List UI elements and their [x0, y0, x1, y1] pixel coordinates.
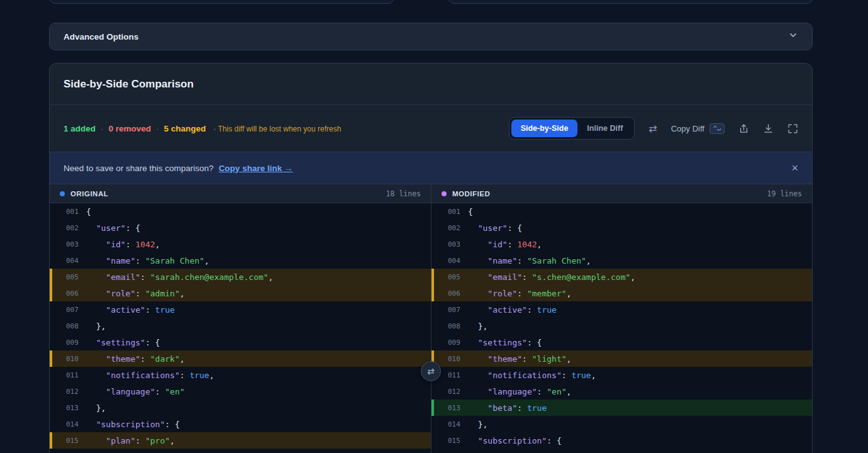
- page-title: Side-by-Side Comparison: [64, 78, 194, 91]
- diff-container: ORIGINAL 18 lines 001{002 "user": {003 "…: [50, 184, 812, 453]
- chevron-down-icon: [788, 30, 798, 43]
- line-number: 015: [66, 437, 86, 445]
- code-line: 014 },: [431, 416, 812, 432]
- code-line: 008 },: [431, 318, 812, 334]
- line-number: 009: [66, 338, 86, 347]
- code-line: 002 "user": {: [50, 220, 431, 236]
- copy-share-link[interactable]: Copy share link →: [219, 164, 293, 173]
- code-line: 013 "beta": true: [431, 400, 812, 416]
- code-line: 009 "settings": {: [431, 334, 812, 350]
- advanced-options-bar[interactable]: Advanced Options: [49, 23, 813, 50]
- line-number: 011: [66, 371, 86, 379]
- code-line: 001{: [50, 203, 431, 220]
- code-line: 004 "name": "Sarah Chen",: [50, 252, 431, 269]
- modified-code: 001{002 "user": {003 "id": 1042,004 "nam…: [431, 203, 812, 449]
- input-panel-left-stub[interactable]: [49, 0, 394, 4]
- page: Advanced Options Side-by-Side Comparison…: [0, 0, 868, 453]
- code-line: 012 "language": "en",: [431, 383, 812, 400]
- stat-separator: ·: [156, 124, 159, 133]
- line-content: "id": 1042,: [86, 240, 160, 249]
- original-panel-header: ORIGINAL 18 lines: [50, 184, 431, 203]
- modified-panel: MODIFIED 19 lines 001{002 "user": {003 "…: [431, 184, 812, 453]
- refresh-warning: · This diff will be lost when you refres…: [213, 125, 341, 133]
- code-line: 014 "subscription": {: [50, 416, 431, 432]
- copy-diff-button[interactable]: Copy Diff ^↵: [671, 123, 725, 134]
- code-line: 007 "active": true: [431, 301, 812, 318]
- code-line: 011 "notifications": true,: [50, 367, 431, 383]
- line-number: 003: [66, 240, 86, 249]
- line-number: 006: [448, 289, 468, 298]
- line-content: "id": 1042,: [468, 240, 542, 249]
- close-icon[interactable]: ×: [791, 162, 798, 174]
- code-line: 006 "role": "admin",: [50, 285, 431, 301]
- line-content: "user": {: [468, 223, 522, 233]
- code-line: 002 "user": {: [431, 220, 812, 236]
- line-number: 013: [448, 404, 468, 412]
- inline-diff-button[interactable]: Inline Diff: [577, 120, 632, 137]
- modified-panel-header: MODIFIED 19 lines: [431, 184, 812, 203]
- line-content: "notifications": true,: [86, 371, 214, 380]
- line-number: 010: [448, 355, 468, 363]
- line-content: "name": "Sarah Chen",: [468, 256, 591, 266]
- content-wrap: Advanced Options Side-by-Side Comparison…: [49, 23, 813, 453]
- code-line: 003 "id": 1042,: [50, 236, 431, 252]
- download-icon: [763, 123, 774, 134]
- line-number: 002: [448, 224, 468, 232]
- modified-dot-icon: [442, 191, 447, 196]
- modified-line-count: 19 lines: [767, 189, 802, 198]
- line-number: 001: [66, 208, 86, 216]
- line-content: },: [468, 420, 487, 429]
- stat-removed: 0 removed: [109, 124, 152, 133]
- line-content: },: [86, 403, 106, 413]
- line-number: 006: [66, 289, 86, 298]
- line-content: "active": true: [86, 305, 175, 315]
- swap-panels-fab[interactable]: ⇄: [421, 361, 441, 381]
- line-number: 014: [66, 420, 86, 428]
- line-number: 013: [66, 404, 86, 412]
- line-content: "role": "admin",: [86, 289, 185, 298]
- line-number: 007: [66, 306, 86, 314]
- code-line: 006 "role": "member",: [431, 285, 812, 301]
- view-mode-toggle: Side-by-Side Inline Diff: [509, 117, 635, 140]
- line-content: "settings": {: [468, 338, 542, 347]
- line-content: "theme": "dark",: [86, 354, 185, 364]
- share-banner: Need to save or share this comparison? C…: [50, 152, 812, 184]
- stat-added: 1 added: [64, 124, 96, 133]
- original-line-count: 18 lines: [386, 189, 421, 198]
- line-content: "active": true: [468, 305, 557, 315]
- code-line: 010 "theme": "light",: [431, 350, 812, 367]
- line-content: "beta": true: [468, 403, 547, 413]
- code-line: 012 "language": "en": [50, 383, 431, 400]
- comparison-card: Side-by-Side Comparison 1 added · 0 remo…: [49, 63, 813, 453]
- modified-panel-title: MODIFIED: [452, 190, 490, 198]
- line-content: "email": "sarah.chen@example.com",: [86, 272, 273, 282]
- line-number: 007: [448, 306, 468, 314]
- line-number: 002: [66, 224, 86, 232]
- line-number: 001: [448, 208, 468, 216]
- line-content: "email": "s.chen@example.com",: [468, 272, 635, 282]
- line-number: 008: [448, 322, 468, 330]
- share-button[interactable]: [738, 123, 749, 134]
- line-number: 003: [448, 240, 468, 249]
- card-header: Side-by-Side Comparison: [50, 64, 812, 105]
- original-dot-icon: [60, 191, 65, 196]
- line-number: 009: [448, 338, 468, 347]
- line-number: 014: [448, 420, 468, 428]
- code-line: 013 },: [50, 400, 431, 416]
- code-line: 010 "theme": "dark",: [50, 350, 431, 367]
- code-line: 015 "subscription": {: [431, 432, 812, 449]
- line-number: 004: [448, 257, 468, 265]
- line-content: "subscription": {: [86, 420, 180, 429]
- stats-toolbar-row: 1 added · 0 removed · 5 changed · This d…: [50, 105, 812, 152]
- code-line: 011 "notifications": true,: [431, 367, 812, 383]
- input-panel-right-stub[interactable]: [448, 0, 813, 4]
- swap-sides-button[interactable]: ⇄: [648, 123, 657, 135]
- fullscreen-button[interactable]: [787, 123, 798, 134]
- advanced-options-label: Advanced Options: [64, 32, 138, 42]
- download-button[interactable]: [763, 123, 774, 134]
- line-content: "role": "member",: [468, 289, 571, 298]
- line-content: "theme": "light",: [468, 354, 571, 364]
- code-line: 005 "email": "sarah.chen@example.com",: [50, 269, 431, 285]
- line-content: "subscription": {: [468, 436, 562, 445]
- side-by-side-button[interactable]: Side-by-Side: [511, 120, 578, 137]
